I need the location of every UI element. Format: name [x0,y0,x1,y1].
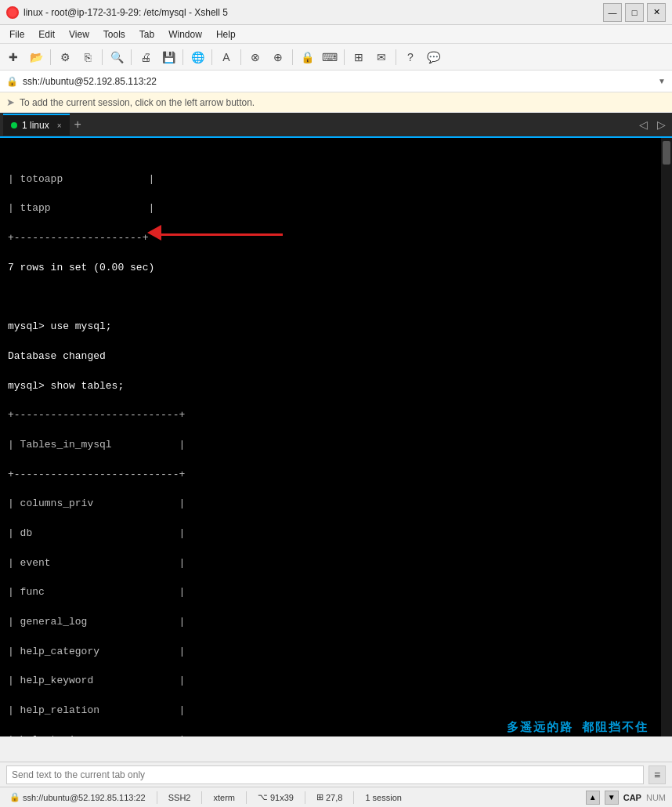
info-text: To add the current session, click on the… [20,97,255,108]
title-bar-left: linux - root@ip-172-31-9-29: /etc/mysql … [6,6,228,19]
toolbar-find[interactable]: 🔍 [107,47,127,67]
toolbar-sep-1 [50,49,51,65]
toolbar-sep-8 [344,49,345,65]
toolbar-lock[interactable]: 🔒 [297,47,317,67]
status-down-button[interactable]: ▼ [605,791,619,805]
status-sep-1 [157,791,157,804]
status-size: ⌥ 91x39 [255,792,297,802]
status-pos-icon: ⊞ [316,792,323,802]
terminal-content: | totoapp | | ttapp | +-----------------… [8,143,664,736]
tab-label: 1 linux [22,120,49,131]
terminal[interactable]: | totoapp | | ttapp | +-----------------… [0,138,672,736]
toolbar-xftp[interactable]: ⊗ [245,47,266,67]
term-line-2: | ttapp | [8,201,664,216]
term-line-5 [8,290,664,305]
toolbar-chat[interactable]: 💬 [423,47,443,67]
tab-next-button[interactable]: ▷ [654,118,669,131]
toolbar-sep-6 [240,49,241,65]
menu-help[interactable]: Help [210,27,242,42]
status-position: ⊞ 27,8 [313,792,345,802]
term-line-10: | Tables_in_mysql | [8,438,664,453]
menu-edit[interactable]: Edit [32,27,61,42]
status-sep-3 [246,791,247,804]
term-line-15: | func | [8,585,664,600]
toolbar-save[interactable]: 💾 [158,47,179,67]
term-line-9: +---------------------------+ [8,408,664,423]
address-text: ssh://ubuntu@52.192.85.113:22 [23,76,653,87]
status-bar: 🔒 ssh://ubuntu@52.192.85.113:22 SSH2 xte… [0,787,672,807]
status-session: 1 session [362,793,404,802]
toolbar-open[interactable]: 📂 [26,47,46,67]
toolbar-print[interactable]: 🖨 [135,47,156,67]
tab-navigation: ◁ ▷ [636,118,669,131]
term-line-18: | help_keyword | [8,674,664,689]
toolbar-sep-3 [131,49,132,65]
window-controls: — □ ✕ [603,3,666,22]
tab-close-button[interactable]: × [57,121,62,130]
info-icon: ➤ [6,96,15,108]
term-line-6: mysql> use mysql; [8,320,664,335]
scroll-thumb[interactable] [663,141,670,165]
term-line-17: | help_category | [8,645,664,660]
toolbar-expand[interactable]: ⊞ [349,47,369,67]
menu-window[interactable]: Window [162,27,208,42]
terminal-wrapper: | totoapp | | ttapp | +-----------------… [0,138,672,762]
maximize-button[interactable]: □ [625,3,644,22]
toolbar-sep-4 [182,49,183,65]
term-line-19: | help_relation | [8,704,664,718]
toolbar-sep-9 [396,49,396,65]
input-menu-button[interactable]: ≡ [649,765,666,784]
menu-view[interactable]: View [63,27,96,42]
status-sep-2 [201,791,202,804]
toolbar-help[interactable]: ? [400,47,421,67]
status-sep-5 [353,791,354,804]
term-line-12: | columns_priv | [8,497,664,512]
toolbar-globe[interactable]: 🌐 [187,47,208,67]
app-window: linux - root@ip-172-31-9-29: /etc/mysql … [0,0,672,807]
status-cap-text: CAP [623,793,641,802]
toolbar: ✚ 📂 ⚙ ⎘ 🔍 🖨 💾 🌐 A ⊗ ⊕ 🔒 ⌨ ⊞ ✉ ? 💬 [0,44,672,71]
status-up-button[interactable]: ▲ [586,791,600,805]
toolbar-font[interactable]: A [216,47,237,67]
term-line-20: | help_topic | [8,733,664,736]
toolbar-copy[interactable]: ⎘ [78,47,98,67]
minimize-button[interactable]: — [603,3,622,22]
status-sep-4 [305,791,305,804]
status-num-text: NUM [646,793,666,802]
tab-prev-button[interactable]: ◁ [636,118,651,131]
menu-bar: File Edit View Tools Tab Window Help [0,25,672,44]
toolbar-xftp2[interactable]: ⊕ [268,47,288,67]
toolbar-compose[interactable]: ✉ [371,47,392,67]
toolbar-new[interactable]: ✚ [3,47,23,67]
term-line-14: | event | [8,556,664,571]
close-button[interactable]: ✕ [647,3,666,22]
tab-add-button[interactable]: + [70,118,86,132]
toolbar-kbd[interactable]: ⌨ [320,47,340,67]
term-line-11: +---------------------------+ [8,468,664,483]
term-line-3: +---------------------+ [8,231,664,246]
address-dropdown[interactable]: ▼ [658,77,666,85]
lock-icon: 🔒 [6,76,18,87]
app-icon [6,6,19,19]
term-line-1: | totoapp | [8,172,664,187]
status-address: 🔒 ssh://ubuntu@52.192.85.113:22 [6,792,149,802]
menu-file[interactable]: File [3,27,31,42]
menu-tools[interactable]: Tools [97,27,132,42]
term-line-8: mysql> show tables; [8,379,664,394]
status-bar-right: ▲ ▼ CAP NUM [586,791,666,805]
status-term: xterm [210,793,238,802]
info-bar: ➤ To add the current session, click on t… [0,92,672,113]
window-title: linux - root@ip-172-31-9-29: /etc/mysql … [23,7,228,18]
tab-linux[interactable]: 1 linux × [3,114,70,136]
status-address-text: ssh://ubuntu@52.192.85.113:22 [23,793,146,802]
terminal-scrollbar[interactable] [661,138,672,736]
status-pos-text: 27,8 [326,793,342,802]
toolbar-settings[interactable]: ⚙ [55,47,75,67]
status-lock-icon: 🔒 [9,792,20,802]
address-bar: 🔒 ssh://ubuntu@52.192.85.113:22 ▼ [0,71,672,92]
term-line-4: 7 rows in set (0.00 sec) [8,261,664,276]
send-text-input[interactable] [6,765,644,784]
toolbar-sep-5 [211,49,212,65]
menu-tab[interactable]: Tab [133,27,161,42]
input-bar: ≡ [0,762,672,787]
